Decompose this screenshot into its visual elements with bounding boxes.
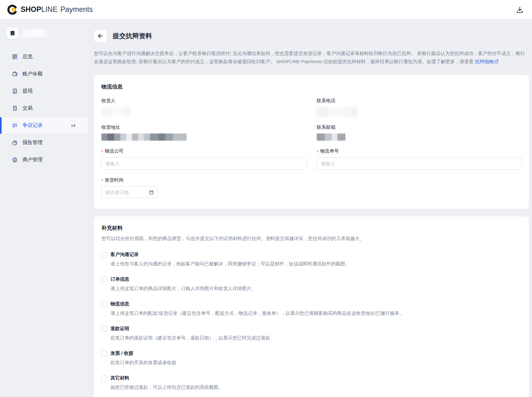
sidebar-item-label: 商户管理 bbox=[23, 157, 43, 163]
sidebar-item-disputes[interactable]: 争议记录 14 bbox=[0, 117, 88, 134]
sidebar-item-label: 交易 bbox=[23, 105, 33, 112]
brand-shop: SHOP bbox=[21, 5, 41, 14]
address-field: 收货地址 bbox=[101, 124, 307, 141]
tracking-number-field: * 物流单号 bbox=[317, 148, 522, 170]
material-checkbox[interactable] bbox=[101, 301, 107, 307]
material-item: 发票 / 收据 此笔订单的开具的发票或者收据 bbox=[101, 350, 521, 366]
required-marker: * bbox=[101, 178, 103, 183]
material-item: 其它材料 如您已经做过退款，可以上传包含已退款的系统截图。 bbox=[101, 375, 521, 391]
email-field: 联系邮箱 bbox=[317, 124, 522, 141]
material-item: 物流信息 请上传这笔订单的配送/送货记录（建议包含单号，配送方式，物流记录，签收… bbox=[101, 301, 521, 317]
material-description: 如您已经做过退款，可以上传包含已退款的系统截图。 bbox=[110, 384, 521, 391]
page-header: 提交抗辩资料 bbox=[94, 29, 532, 43]
sidebar-item-overview[interactable]: 总览 bbox=[0, 48, 88, 65]
ship-date-label: 发货时间 bbox=[105, 177, 124, 183]
address-label: 收货地址 bbox=[101, 124, 307, 130]
ship-date-picker[interactable] bbox=[101, 186, 158, 198]
material-checkbox[interactable] bbox=[101, 351, 107, 356]
merchant-icon bbox=[12, 157, 18, 163]
reports-icon bbox=[12, 140, 18, 146]
required-marker: * bbox=[317, 149, 319, 154]
material-description: 请上传这笔订单的配送/送货记录（建议包含单号，配送方式，物流记录，签收单），以显… bbox=[110, 310, 521, 317]
store-name-redacted bbox=[22, 29, 48, 37]
storefront-icon bbox=[9, 30, 16, 36]
brand-line: LINE bbox=[41, 5, 58, 14]
required-marker: * bbox=[101, 149, 103, 154]
sidebar-item-balance[interactable]: 账户余额 bbox=[0, 65, 88, 83]
ship-date-input[interactable] bbox=[105, 190, 146, 195]
overview-icon bbox=[12, 54, 18, 60]
material-description: 此笔订单的退款证明（建议包含单号，退款日期），以显示您已经完成过退款 bbox=[110, 334, 521, 341]
sidebar-item-merchant[interactable]: 商户管理 bbox=[0, 151, 88, 168]
top-bar: SHOP LINE Payments bbox=[0, 0, 532, 19]
svg-text:$: $ bbox=[14, 107, 16, 109]
download-icon bbox=[516, 6, 524, 14]
brand-name: SHOP LINE Payments bbox=[21, 5, 93, 14]
consignee-field: 收货人 bbox=[101, 98, 307, 117]
arrow-left-icon bbox=[97, 33, 104, 39]
brand-product: Payments bbox=[60, 5, 93, 14]
tracking-number-input[interactable] bbox=[317, 157, 522, 170]
logistics-company-field: * 物流公司 bbox=[101, 148, 307, 170]
consignee-label: 收货人 bbox=[101, 98, 307, 104]
material-item: 客户沟通记录 请上传您与客人的沟通的记录，例如客户疑问已被解决，同意撤销争议；可… bbox=[101, 252, 521, 267]
brand-logo: SHOP LINE Payments bbox=[7, 4, 93, 15]
email-value-redacted bbox=[317, 133, 345, 141]
defense-guide-link[interactable]: 抗辩指南 bbox=[475, 59, 494, 64]
withdrawal-icon bbox=[12, 88, 18, 94]
material-item: 退款证明 此笔订单的退款证明（建议包含单号，退款日期），以显示您已经完成过退款 bbox=[101, 326, 521, 341]
store-tile[interactable] bbox=[7, 28, 18, 39]
shopline-logo-icon bbox=[7, 4, 18, 15]
email-label: 联系邮箱 bbox=[317, 124, 522, 130]
store-selector[interactable] bbox=[0, 28, 88, 39]
sidebar-item-reports[interactable]: 报告管理 bbox=[0, 134, 88, 151]
back-button[interactable] bbox=[94, 29, 107, 43]
phone-value-redacted bbox=[317, 107, 357, 117]
logistics-field-grid: 收货人 联系电话 收货地址 联系邮箱 * bbox=[101, 98, 521, 199]
calendar-icon[interactable] bbox=[149, 190, 154, 195]
disputes-icon bbox=[12, 123, 18, 128]
materials-card-subtitle: 您可以结合拒付原因，和您的商品类型，勾选并提交以下的证明材料进行抗辩。资料提交得… bbox=[101, 235, 521, 242]
page-title: 提交抗辩资料 bbox=[113, 32, 152, 40]
logistics-company-label: 物流公司 bbox=[105, 148, 124, 154]
sidebar-nav: 总览 账户余额 提现 $ 交易 争议记录 14 报告管理 商户管理 bbox=[0, 48, 88, 168]
address-value-redacted bbox=[101, 133, 187, 141]
phone-field: 联系电话 bbox=[317, 98, 522, 117]
materials-card-title: 补充材料 bbox=[101, 224, 521, 232]
ship-date-field: * 发货时间 bbox=[101, 177, 307, 198]
sidebar-item-label: 账户余额 bbox=[23, 71, 43, 77]
sidebar: 总览 账户余额 提现 $ 交易 争议记录 14 报告管理 商户管理 bbox=[0, 19, 88, 397]
material-checkbox[interactable] bbox=[101, 252, 107, 258]
sidebar-item-transactions[interactable]: $ 交易 bbox=[0, 100, 88, 117]
material-description: 请上传您与客人的沟通的记录，例如客户疑问已被解决，同意撤销争议；可以是邮件，短信… bbox=[110, 260, 521, 267]
balance-icon bbox=[12, 71, 18, 77]
material-label: 客户沟通记录 bbox=[110, 252, 139, 258]
material-label: 发票 / 收据 bbox=[110, 350, 133, 356]
material-label: 退款证明 bbox=[110, 326, 129, 332]
material-label: 其它材料 bbox=[110, 375, 129, 381]
logistics-info-card: 物流信息 收货人 联系电话 收货地址 联系邮箱 bbox=[94, 75, 529, 209]
sidebar-item-label: 总览 bbox=[23, 53, 33, 60]
materials-list: 客户沟通记录 请上传您与客人的沟通的记录，例如客户疑问已被解决，同意撤销争议；可… bbox=[101, 252, 521, 391]
logistics-company-input[interactable] bbox=[101, 157, 307, 170]
material-label: 订单信息 bbox=[110, 276, 129, 282]
material-description: 请上传这笔订单的商品详情图片，订购人详情图片和收货人详情图片。 bbox=[110, 285, 521, 292]
sidebar-item-withdrawal[interactable]: 提现 bbox=[0, 83, 88, 100]
dispute-count-badge: 14 bbox=[68, 122, 78, 130]
sidebar-item-label: 报告管理 bbox=[23, 139, 43, 146]
supplementary-materials-card: 补充材料 您可以结合拒付原因，和您的商品类型，勾选并提交以下的证明材料进行抗辩。… bbox=[94, 216, 529, 397]
transactions-icon: $ bbox=[12, 105, 18, 111]
material-checkbox[interactable] bbox=[101, 375, 107, 381]
material-checkbox[interactable] bbox=[101, 277, 107, 282]
material-label: 物流信息 bbox=[110, 301, 129, 307]
material-description: 此笔订单的开具的发票或者收据 bbox=[110, 359, 521, 366]
download-button[interactable] bbox=[516, 6, 524, 14]
intro-paragraph: 您可以先与客户进行沟通解决交易争议，让客户联系银行取消拒付; 无论沟通结果如何，… bbox=[94, 49, 529, 66]
external-link-icon bbox=[494, 59, 499, 63]
consignee-value-redacted bbox=[101, 107, 130, 117]
material-checkbox[interactable] bbox=[101, 326, 107, 332]
intro-text: 您可以先与客户进行沟通解决交易争议，让客户联系银行取消拒付; 无论沟通结果如何，… bbox=[94, 51, 525, 64]
sidebar-item-label: 争议记录 bbox=[23, 122, 43, 129]
sidebar-item-label: 提现 bbox=[23, 88, 33, 94]
material-item: 订单信息 请上传这笔订单的商品详情图片，订购人详情图片和收货人详情图片。 bbox=[101, 276, 521, 292]
